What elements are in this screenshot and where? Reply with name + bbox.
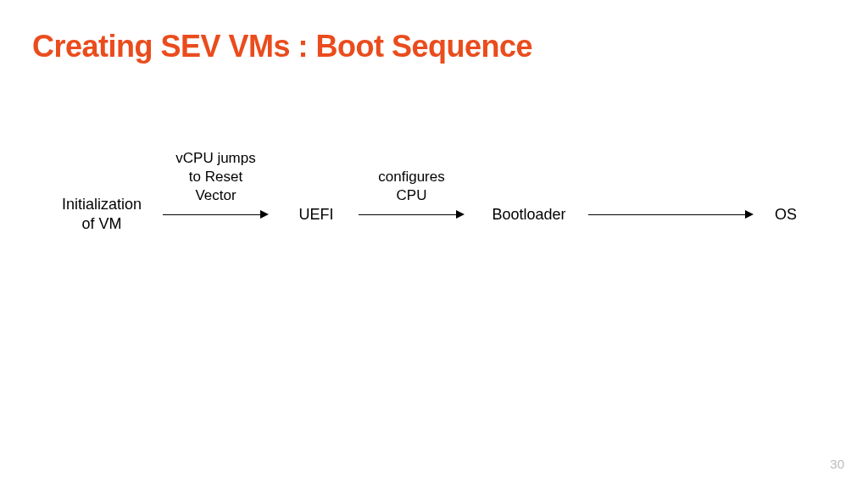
node-bootloader: Bootloader — [487, 205, 571, 225]
arrow-icon — [359, 210, 465, 219]
slide-title: Creating SEV VMs : Boot Sequence — [32, 29, 532, 64]
node-initialization: Initialization of VM — [51, 195, 153, 235]
arrow-icon — [588, 210, 754, 219]
page-number: 30 — [830, 457, 844, 471]
boot-sequence-diagram: Initialization of VM vCPU jumps to Reset… — [51, 195, 834, 235]
arrow-init-to-uefi: vCPU jumps to Reset Vector — [163, 210, 269, 219]
arrow-uefi-to-bootloader: configures CPU — [359, 210, 465, 219]
node-uefi: UEFI — [291, 205, 342, 225]
arrow-label-reset-vector: vCPU jumps to Reset Vector — [157, 149, 275, 205]
node-os: OS — [769, 205, 803, 225]
arrow-bootloader-to-os — [588, 210, 754, 219]
arrow-icon — [163, 210, 269, 219]
arrow-label-configures-cpu: configures CPU — [353, 168, 471, 205]
